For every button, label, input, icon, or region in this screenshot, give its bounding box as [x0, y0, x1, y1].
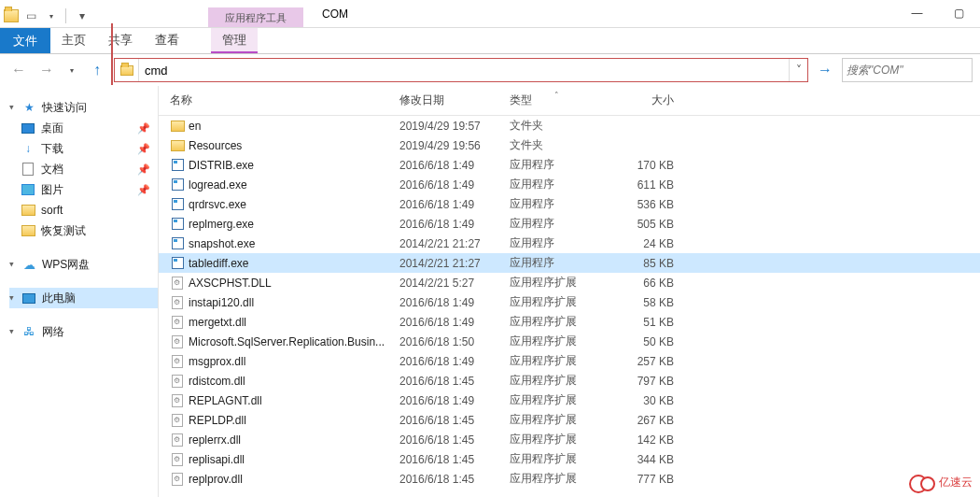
sidebar-item[interactable]: ↓下载📌: [9, 138, 158, 159]
sidebar-this-pc[interactable]: 此电脑: [9, 288, 158, 308]
file-row[interactable]: replisapi.dll2016/6/18 1:45应用程序扩展344 KB: [159, 449, 980, 469]
file-date: 2016/6/18 1:49: [399, 355, 510, 368]
file-row[interactable]: REPLDP.dll2016/6/18 1:45应用程序扩展267 KB: [159, 410, 980, 430]
file-row[interactable]: replerrx.dll2016/6/18 1:45应用程序扩展142 KB: [159, 430, 980, 449]
sidebar-wps[interactable]: ☁ WPS网盘: [9, 254, 158, 275]
file-size: 24 KB: [610, 237, 685, 250]
qat-prop-icon[interactable]: ▭: [21, 6, 41, 26]
file-row[interactable]: snapshot.exe2014/2/21 21:27应用程序24 KB: [159, 234, 980, 253]
doc-icon: [21, 162, 35, 177]
file-row[interactable]: replprov.dll2016/6/18 1:45应用程序扩展777 KB: [159, 469, 980, 489]
sidebar-item[interactable]: 桌面📌: [9, 118, 158, 138]
tab-home[interactable]: 主页: [50, 28, 97, 53]
sidebar-item[interactable]: sorft: [9, 200, 158, 220]
file-size: 797 KB: [610, 375, 685, 388]
dll-icon: [170, 315, 185, 330]
minimize-button[interactable]: —: [896, 0, 938, 26]
file-row[interactable]: DISTRIB.exe2016/6/18 1:49应用程序170 KB: [159, 155, 980, 175]
dll-icon: [170, 393, 185, 408]
file-row[interactable]: Microsoft.SqlServer.Replication.Busin...…: [159, 332, 980, 351]
qat-overflow-icon[interactable]: ▾: [72, 6, 92, 26]
forward-button[interactable]: →: [35, 59, 58, 81]
star-icon: ★: [21, 100, 36, 115]
maximize-button[interactable]: ▢: [938, 0, 980, 26]
desktop-icon: [21, 121, 35, 135]
exe-icon: [170, 178, 185, 192]
file-row[interactable]: qrdrsvc.exe2016/6/18 1:49应用程序536 KB: [159, 194, 980, 214]
file-size: 170 KB: [610, 159, 685, 172]
file-date: 2016/6/18 1:49: [399, 316, 510, 329]
dll-icon: [170, 295, 185, 310]
search-input[interactable]: [847, 64, 968, 77]
address-input[interactable]: [139, 59, 789, 81]
sidebar-item[interactable]: 文档📌: [9, 159, 158, 179]
file-row[interactable]: msgprox.dll2016/6/18 1:49应用程序扩展257 KB: [159, 351, 980, 371]
dll-icon: [170, 374, 185, 389]
sidebar-item-label: 此电脑: [42, 291, 76, 306]
file-name: logread.exe: [189, 178, 247, 192]
file-type: 应用程序: [510, 157, 610, 173]
cloud-icon: ☁: [21, 257, 36, 272]
sidebar-network[interactable]: 🖧 网络: [9, 321, 158, 342]
file-row[interactable]: tablediff.exe2014/2/21 21:27应用程序85 KB: [159, 253, 980, 273]
sidebar-item-label: 网络: [42, 324, 64, 340]
qat-dropdown-icon[interactable]: ▾: [43, 7, 60, 24]
folder-icon: [170, 138, 185, 153]
file-row[interactable]: Resources2019/4/29 19:56文件夹: [159, 135, 980, 155]
file-type: 应用程序扩展: [510, 392, 610, 408]
up-button[interactable]: ↑: [86, 59, 108, 81]
pin-icon: 📌: [137, 122, 150, 135]
sidebar-item[interactable]: 图片📌: [9, 179, 158, 200]
file-name: DISTRIB.exe: [189, 159, 254, 172]
file-size: 30 KB: [610, 394, 685, 407]
file-row[interactable]: en2019/4/29 19:57文件夹: [159, 116, 980, 135]
dll-icon: [170, 334, 185, 349]
watermark-text: 亿速云: [939, 475, 973, 490]
address-bar: ˅: [114, 58, 808, 82]
file-type: 应用程序扩展: [510, 412, 610, 428]
dll-icon: [170, 276, 185, 291]
tab-view[interactable]: 查看: [144, 28, 190, 53]
column-type[interactable]: 类型˄: [510, 92, 610, 108]
file-size: 58 KB: [610, 296, 685, 309]
exe-icon: [170, 217, 185, 232]
file-size: 344 KB: [610, 453, 685, 466]
file-name: Resources: [189, 139, 242, 152]
file-date: 2019/4/29 19:56: [399, 139, 510, 152]
back-button[interactable]: ←: [7, 59, 30, 81]
file-row[interactable]: rdistcom.dll2016/6/18 1:45应用程序扩展797 KB: [159, 371, 980, 390]
file-date: 2016/6/18 1:49: [399, 218, 510, 231]
file-date: 2016/6/18 1:49: [399, 178, 510, 192]
sidebar-quick-access[interactable]: ★ 快速访问: [9, 97, 158, 118]
file-size: 536 KB: [610, 198, 685, 211]
column-size[interactable]: 大小: [610, 92, 685, 108]
tab-manage[interactable]: 管理: [211, 28, 258, 53]
file-name: replerrx.dll: [189, 433, 241, 447]
exe-icon: [170, 236, 185, 251]
navigation-bar: ← → ▾ ↑ ˅ →: [0, 54, 980, 86]
address-dropdown-icon[interactable]: ˅: [789, 59, 807, 81]
file-row[interactable]: REPLAGNT.dll2016/6/18 1:49应用程序扩展30 KB: [159, 390, 980, 410]
file-type: 应用程序: [510, 177, 610, 192]
window-title: COM: [322, 7, 348, 21]
file-date: 2014/2/21 21:27: [399, 257, 510, 270]
tab-share[interactable]: 共享: [97, 28, 144, 53]
file-type: 应用程序扩展: [510, 451, 610, 467]
sidebar-item[interactable]: 恢复测试: [9, 220, 158, 241]
file-row[interactable]: instapi120.dll2016/6/18 1:49应用程序扩展58 KB: [159, 292, 980, 312]
search-box: [842, 58, 973, 82]
file-name: mergetxt.dll: [189, 316, 246, 329]
file-row[interactable]: logread.exe2016/6/18 1:49应用程序611 KB: [159, 175, 980, 194]
go-button[interactable]: →: [814, 58, 836, 82]
file-type: 应用程序扩展: [510, 432, 610, 447]
file-name: replprov.dll: [189, 473, 243, 486]
file-row[interactable]: mergetxt.dll2016/6/18 1:49应用程序扩展51 KB: [159, 312, 980, 332]
download-icon: ↓: [21, 141, 35, 156]
file-row[interactable]: AXSCPHST.DLL2014/2/21 5:27应用程序扩展66 KB: [159, 273, 980, 292]
column-date[interactable]: 修改日期: [399, 92, 510, 108]
file-row[interactable]: replmerg.exe2016/6/18 1:49应用程序505 KB: [159, 214, 980, 234]
tab-file[interactable]: 文件: [0, 28, 50, 53]
column-name[interactable]: 名称: [166, 92, 399, 108]
watermark: 亿速云: [909, 473, 973, 491]
history-dropdown-icon[interactable]: ▾: [63, 62, 80, 78]
